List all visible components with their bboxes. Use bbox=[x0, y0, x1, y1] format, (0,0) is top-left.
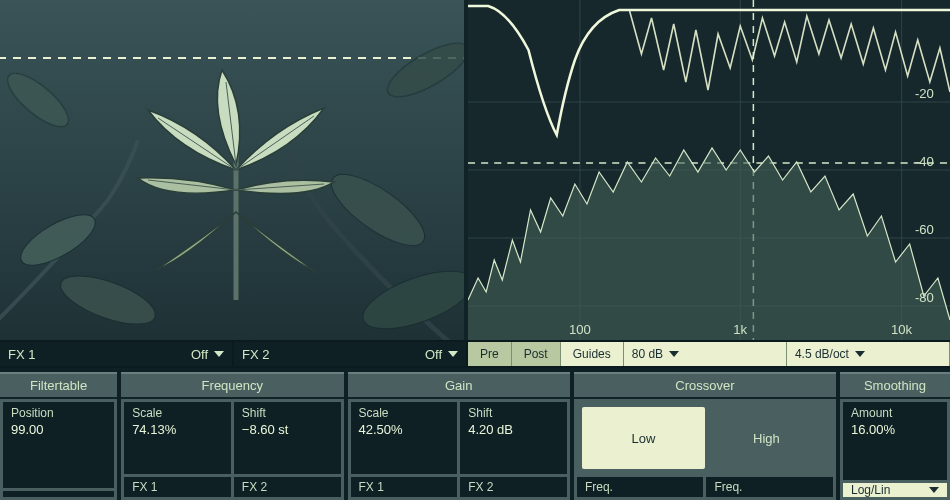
xtick: 100 bbox=[569, 322, 591, 337]
position-field[interactable]: Position 99.00 bbox=[3, 402, 114, 488]
xtick: 10k bbox=[891, 322, 913, 337]
position-value: 99.00 bbox=[11, 422, 106, 437]
post-button[interactable]: Post bbox=[512, 342, 561, 366]
ytick: -40 bbox=[915, 154, 934, 169]
gain-scale-value: 42.50% bbox=[359, 422, 450, 437]
fx2-value: Off bbox=[425, 347, 442, 362]
smoothing-title: Smoothing bbox=[840, 374, 950, 399]
loglin-dropdown[interactable]: Log/Lin bbox=[843, 483, 947, 497]
smoothing-amount-value: 16.00% bbox=[851, 422, 939, 437]
chevron-down-icon bbox=[855, 351, 865, 357]
freq-scale-label: Scale bbox=[132, 406, 223, 420]
loglin-label: Log/Lin bbox=[851, 483, 890, 497]
gain-scale-field[interactable]: Scale 42.50% bbox=[351, 402, 458, 474]
position-label: Position bbox=[11, 406, 106, 420]
freq-scale-value: 74.13% bbox=[132, 422, 223, 437]
panel-crossover: Crossover Low High Freq. Freq. bbox=[574, 372, 836, 500]
strip-cell[interactable] bbox=[3, 491, 114, 497]
ytick: -60 bbox=[915, 222, 934, 237]
gain-shift-value: 4.20 dB bbox=[468, 422, 559, 437]
crossover-freq-high[interactable]: Freq. bbox=[706, 477, 833, 497]
xtick: 1k bbox=[733, 322, 747, 337]
smoothing-amount-field[interactable]: Amount 16.00% bbox=[843, 402, 947, 480]
gain-shift-label: Shift bbox=[468, 406, 559, 420]
fx1-value: Off bbox=[191, 347, 208, 362]
crossover-title: Crossover bbox=[574, 374, 836, 399]
ytick: -80 bbox=[915, 290, 934, 305]
smoothing-amount-label: Amount bbox=[851, 406, 939, 420]
gain-shift-field[interactable]: Shift 4.20 dB bbox=[460, 402, 567, 474]
crossover-high-button[interactable]: High bbox=[705, 407, 828, 469]
chevron-down-icon bbox=[448, 351, 458, 357]
fx1-label: FX 1 bbox=[8, 347, 35, 362]
guides-button[interactable]: Guides bbox=[561, 342, 624, 366]
panel-filtertable: Filtertable Position 99.00 bbox=[0, 372, 117, 500]
strip-cell-fx1[interactable]: FX 1 bbox=[124, 477, 231, 497]
gain-scale-label: Scale bbox=[359, 406, 450, 420]
slope-dropdown[interactable]: 4.5 dB/oct bbox=[787, 342, 950, 366]
ytick: -20 bbox=[915, 86, 934, 101]
strip-cell-fx2b[interactable]: FX 2 bbox=[460, 477, 567, 497]
range-value: 80 dB bbox=[632, 347, 663, 361]
range-dropdown[interactable]: 80 dB bbox=[624, 342, 787, 366]
panel-gain: Gain Scale 42.50% Shift 4.20 dB FX 1 FX … bbox=[348, 372, 570, 500]
filtertable-title: Filtertable bbox=[0, 374, 117, 399]
freq-shift-field[interactable]: Shift −8.60 st bbox=[234, 402, 341, 474]
crossover-freq-low[interactable]: Freq. bbox=[577, 477, 704, 497]
strip-cell-fx2[interactable]: FX 2 bbox=[234, 477, 341, 497]
chevron-down-icon bbox=[214, 351, 224, 357]
panel-frequency: Frequency Scale 74.13% Shift −8.60 st FX… bbox=[121, 372, 343, 500]
freq-shift-label: Shift bbox=[242, 406, 333, 420]
image-preview[interactable] bbox=[0, 0, 468, 340]
panel-smoothing: Smoothing Amount 16.00% Log/Lin bbox=[840, 372, 950, 500]
pre-button[interactable]: Pre bbox=[468, 342, 512, 366]
fx-slot-2[interactable]: FX 2 Off bbox=[234, 342, 468, 366]
fx-slot-1[interactable]: FX 1 Off bbox=[0, 342, 234, 366]
chevron-down-icon bbox=[929, 487, 939, 493]
slope-value: 4.5 dB/oct bbox=[795, 347, 849, 361]
crossover-low-button[interactable]: Low bbox=[582, 407, 705, 469]
spectrum-analyzer[interactable]: -20 -40 -60 -80 100 1k 10k bbox=[468, 0, 950, 340]
strip-cell-fx1b[interactable]: FX 1 bbox=[351, 477, 458, 497]
freq-shift-value: −8.60 st bbox=[242, 422, 333, 437]
gain-title: Gain bbox=[348, 374, 570, 399]
frequency-title: Frequency bbox=[121, 374, 343, 399]
freq-scale-field[interactable]: Scale 74.13% bbox=[124, 402, 231, 474]
fx2-label: FX 2 bbox=[242, 347, 269, 362]
chevron-down-icon bbox=[669, 351, 679, 357]
